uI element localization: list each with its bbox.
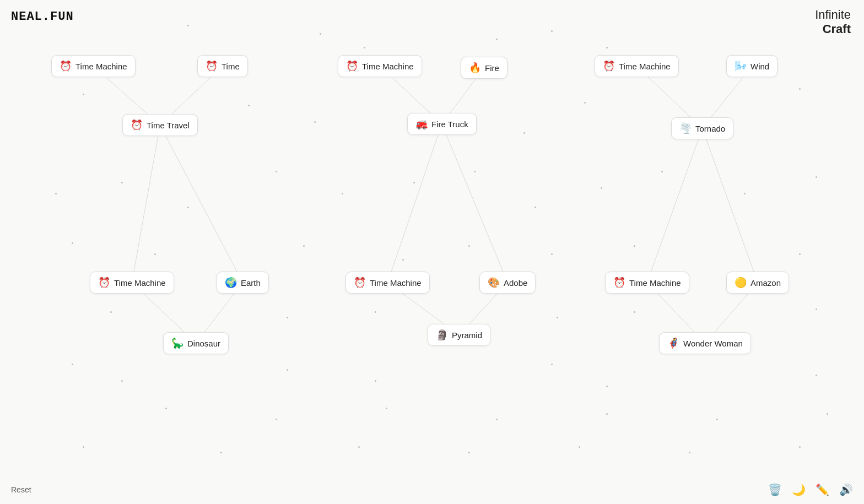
edit-icon[interactable]: ✏️ <box>816 483 829 496</box>
node-label-n17: Pyramid <box>452 330 482 340</box>
background-dot <box>799 88 801 90</box>
background-dot <box>402 259 404 261</box>
background-dot <box>496 39 498 40</box>
background-dot <box>816 176 817 178</box>
node-n17[interactable]: 🗿Pyramid <box>428 324 490 346</box>
node-n14[interactable]: ⏰Time Machine <box>605 272 689 294</box>
svg-line-7 <box>160 125 242 283</box>
node-label-n6: Wind <box>750 62 769 71</box>
node-n7[interactable]: ⏰Time Travel <box>122 114 198 136</box>
background-dot <box>276 171 277 172</box>
node-emoji-n2: ⏰ <box>206 60 218 72</box>
node-n11[interactable]: 🌍Earth <box>217 272 269 294</box>
background-dot <box>110 311 112 313</box>
node-n4[interactable]: 🔥Fire <box>461 57 507 79</box>
node-emoji-n18: 🦸 <box>667 337 679 349</box>
node-label-n1: Time Machine <box>75 62 127 71</box>
sound-icon[interactable]: 🔊 <box>839 483 853 496</box>
background-dot <box>816 375 817 376</box>
background-dot <box>413 182 415 183</box>
node-emoji-n11: 🌍 <box>225 277 237 289</box>
node-n8[interactable]: 🚒Fire Truck <box>407 113 477 135</box>
background-dot <box>661 171 663 172</box>
node-emoji-n14: ⏰ <box>613 277 625 289</box>
node-emoji-n6: 🌬️ <box>735 60 747 72</box>
background-dot <box>287 317 288 318</box>
node-label-n4: Fire <box>485 63 499 73</box>
background-dot <box>716 419 718 420</box>
background-dot <box>606 413 608 415</box>
node-label-n5: Time Machine <box>619 62 671 71</box>
svg-line-11 <box>703 128 758 283</box>
background-dot <box>248 105 250 106</box>
node-label-n13: Adobe <box>504 278 527 288</box>
title-craft: Craft <box>815 22 851 36</box>
node-n18[interactable]: 🦸Wonder Woman <box>659 332 751 354</box>
background-dot <box>121 380 123 382</box>
background-dot <box>584 102 586 104</box>
node-n2[interactable]: ⏰Time <box>197 55 248 77</box>
node-n3[interactable]: ⏰Time Machine <box>338 55 422 77</box>
node-n15[interactable]: 🟡Amazon <box>726 272 789 294</box>
node-emoji-n13: 🎨 <box>488 277 500 289</box>
background-dot <box>557 317 558 318</box>
background-dot <box>187 25 189 26</box>
node-n10[interactable]: ⏰Time Machine <box>90 272 174 294</box>
node-emoji-n9: 🌪️ <box>679 122 692 134</box>
background-dot <box>799 253 801 255</box>
background-dot <box>187 207 189 208</box>
background-dot <box>606 47 608 48</box>
node-label-n8: Fire Truck <box>431 120 468 129</box>
background-dot <box>375 380 376 382</box>
svg-line-8 <box>387 124 442 283</box>
background-dot <box>375 311 376 313</box>
background-dot <box>468 452 470 453</box>
background-dot <box>523 132 525 134</box>
node-emoji-n7: ⏰ <box>131 119 143 131</box>
node-n13[interactable]: 🎨Adobe <box>479 272 536 294</box>
trash-icon[interactable]: 🗑️ <box>768 483 782 496</box>
node-label-n7: Time Travel <box>147 121 190 130</box>
node-label-n16: Dinosaur <box>187 339 220 348</box>
background-dot <box>320 33 321 35</box>
node-emoji-n3: ⏰ <box>346 60 358 72</box>
node-emoji-n16: 🦕 <box>171 337 183 349</box>
background-dot <box>342 193 343 194</box>
node-emoji-n17: 🗿 <box>436 329 448 341</box>
title-infinite: Infinite <box>815 8 851 22</box>
node-n9[interactable]: 🌪️Tornado <box>671 117 733 139</box>
node-emoji-n5: ⏰ <box>603 60 615 72</box>
node-n16[interactable]: 🦕Dinosaur <box>163 332 229 354</box>
app-title: Infinite Craft <box>815 8 851 37</box>
background-dot <box>72 364 73 365</box>
background-dot <box>121 182 123 183</box>
node-label-n15: Amazon <box>750 278 781 288</box>
background-dot <box>303 245 305 247</box>
node-n6[interactable]: 🌬️Wind <box>726 55 777 77</box>
background-dot <box>606 386 608 387</box>
background-dot <box>551 253 553 255</box>
svg-line-9 <box>442 124 507 283</box>
background-dot <box>55 193 57 194</box>
node-n5[interactable]: ⏰Time Machine <box>595 55 679 77</box>
node-label-n10: Time Machine <box>114 278 166 288</box>
reset-button[interactable]: Reset <box>11 485 31 494</box>
node-label-n11: Earth <box>241 278 261 288</box>
bottom-toolbar: 🗑️ 🌙 ✏️ 🔊 <box>768 483 853 496</box>
node-n1[interactable]: ⏰Time Machine <box>51 55 136 77</box>
background-dot <box>634 311 635 313</box>
node-label-n2: Time <box>222 62 240 71</box>
background-dot <box>276 419 277 420</box>
background-dot <box>72 242 73 244</box>
node-emoji-n15: 🟡 <box>735 277 747 289</box>
moon-icon[interactable]: 🌙 <box>792 483 806 496</box>
node-emoji-n10: ⏰ <box>98 277 110 289</box>
background-dot <box>799 446 801 448</box>
background-dot <box>534 207 536 208</box>
background-dot <box>601 187 602 189</box>
background-dot <box>689 452 690 453</box>
node-emoji-n8: 🚒 <box>415 118 428 130</box>
node-n12[interactable]: ⏰Time Machine <box>345 272 430 294</box>
background-dot <box>386 408 387 409</box>
background-dot <box>744 193 746 194</box>
